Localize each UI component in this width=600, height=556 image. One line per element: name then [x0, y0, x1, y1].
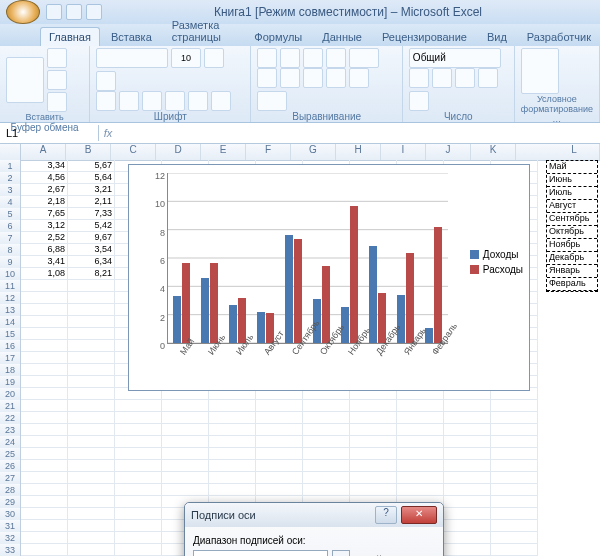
range-cell[interactable]: Июль — [547, 187, 597, 200]
cell[interactable] — [68, 376, 115, 388]
cell[interactable] — [68, 448, 115, 460]
cell[interactable] — [209, 460, 256, 472]
cell[interactable]: 3,34 — [21, 160, 68, 172]
col-header[interactable]: A — [21, 144, 66, 160]
cell[interactable] — [21, 280, 68, 292]
cell[interactable] — [68, 316, 115, 328]
col-header[interactable]: D — [156, 144, 201, 160]
cond-format-button[interactable] — [521, 48, 559, 94]
cell[interactable] — [256, 412, 303, 424]
cell[interactable] — [162, 472, 209, 484]
col-header[interactable]: I — [381, 144, 426, 160]
fx-icon[interactable]: fx — [99, 127, 117, 139]
bold-icon[interactable] — [96, 91, 116, 111]
cell[interactable] — [397, 400, 444, 412]
currency-icon[interactable] — [409, 68, 429, 88]
dec-decimal-icon[interactable] — [409, 91, 429, 111]
format-painter-icon[interactable] — [47, 92, 67, 112]
cell[interactable] — [68, 304, 115, 316]
cell[interactable] — [444, 532, 491, 544]
cell[interactable] — [350, 460, 397, 472]
col-header[interactable]: K — [471, 144, 516, 160]
tab-review[interactable]: Рецензирование — [373, 27, 476, 46]
cell[interactable] — [256, 424, 303, 436]
cell[interactable]: 3,12 — [21, 220, 68, 232]
cell[interactable] — [397, 424, 444, 436]
cell[interactable]: 6,34 — [68, 256, 115, 268]
tab-layout[interactable]: Разметка страницы — [163, 15, 244, 46]
align-left-icon[interactable] — [257, 68, 277, 88]
cell[interactable] — [256, 460, 303, 472]
cell[interactable] — [209, 412, 256, 424]
range-cell[interactable]: Сентябрь — [547, 213, 597, 226]
cell[interactable] — [162, 400, 209, 412]
cell[interactable] — [444, 436, 491, 448]
cell[interactable] — [115, 448, 162, 460]
cell[interactable] — [68, 484, 115, 496]
wrap-text-icon[interactable] — [349, 48, 379, 68]
cell[interactable] — [350, 424, 397, 436]
border-icon[interactable] — [165, 91, 185, 111]
font-family-select[interactable] — [96, 48, 168, 68]
save-icon[interactable] — [46, 4, 62, 20]
shrink-font-icon[interactable] — [96, 71, 116, 91]
cell[interactable] — [209, 472, 256, 484]
cell[interactable] — [68, 352, 115, 364]
tab-developer[interactable]: Разработчик — [518, 27, 600, 46]
cell[interactable] — [397, 484, 444, 496]
cell[interactable]: 2,18 — [21, 196, 68, 208]
cell[interactable] — [21, 364, 68, 376]
cell[interactable] — [491, 412, 538, 424]
cell[interactable] — [21, 424, 68, 436]
cell[interactable] — [444, 460, 491, 472]
inc-decimal-icon[interactable] — [478, 68, 498, 88]
worksheet[interactable]: ABCDEFGHIJK L 13,345,6724,565,6432,673,2… — [0, 144, 600, 556]
cell[interactable] — [444, 496, 491, 508]
cell[interactable]: 7,33 — [68, 208, 115, 220]
cell[interactable] — [256, 448, 303, 460]
cell[interactable] — [21, 436, 68, 448]
merge-icon[interactable] — [257, 91, 287, 111]
redo-icon[interactable] — [86, 4, 102, 20]
tab-view[interactable]: Вид — [478, 27, 516, 46]
cell[interactable]: 5,64 — [68, 172, 115, 184]
range-cell[interactable]: Октябрь — [547, 226, 597, 239]
cell[interactable] — [303, 424, 350, 436]
cell[interactable] — [350, 412, 397, 424]
undo-icon[interactable] — [66, 4, 82, 20]
dialog-help-button[interactable]: ? — [375, 506, 397, 524]
cell[interactable] — [115, 544, 162, 556]
cell[interactable] — [21, 388, 68, 400]
embedded-chart[interactable]: 024681012 МайИюньИюльАвгустСентябрьОктяб… — [128, 164, 530, 391]
tab-home[interactable]: Главная — [40, 27, 100, 46]
cut-icon[interactable] — [47, 48, 67, 68]
range-cell[interactable]: Январь — [547, 265, 597, 278]
cell[interactable] — [491, 508, 538, 520]
cell[interactable] — [21, 460, 68, 472]
cell[interactable] — [491, 448, 538, 460]
cell[interactable] — [115, 496, 162, 508]
cell[interactable] — [115, 520, 162, 532]
cell[interactable] — [68, 496, 115, 508]
cell[interactable] — [350, 484, 397, 496]
underline-icon[interactable] — [142, 91, 162, 111]
cell[interactable] — [303, 448, 350, 460]
tab-data[interactable]: Данные — [313, 27, 371, 46]
select-all-corner[interactable] — [0, 144, 21, 160]
cell[interactable] — [303, 436, 350, 448]
col-header[interactable]: B — [66, 144, 111, 160]
cell[interactable] — [303, 472, 350, 484]
cell[interactable] — [491, 496, 538, 508]
range-cell[interactable]: Август — [547, 200, 597, 213]
range-cell[interactable]: Июнь — [547, 174, 597, 187]
cell[interactable] — [444, 484, 491, 496]
cell[interactable] — [21, 304, 68, 316]
cell[interactable] — [21, 316, 68, 328]
cell[interactable] — [350, 436, 397, 448]
tab-formulas[interactable]: Формулы — [245, 27, 311, 46]
cell[interactable] — [68, 340, 115, 352]
cell[interactable] — [21, 520, 68, 532]
cell[interactable] — [21, 292, 68, 304]
cell[interactable] — [303, 412, 350, 424]
range-cell[interactable]: Май — [547, 161, 597, 174]
